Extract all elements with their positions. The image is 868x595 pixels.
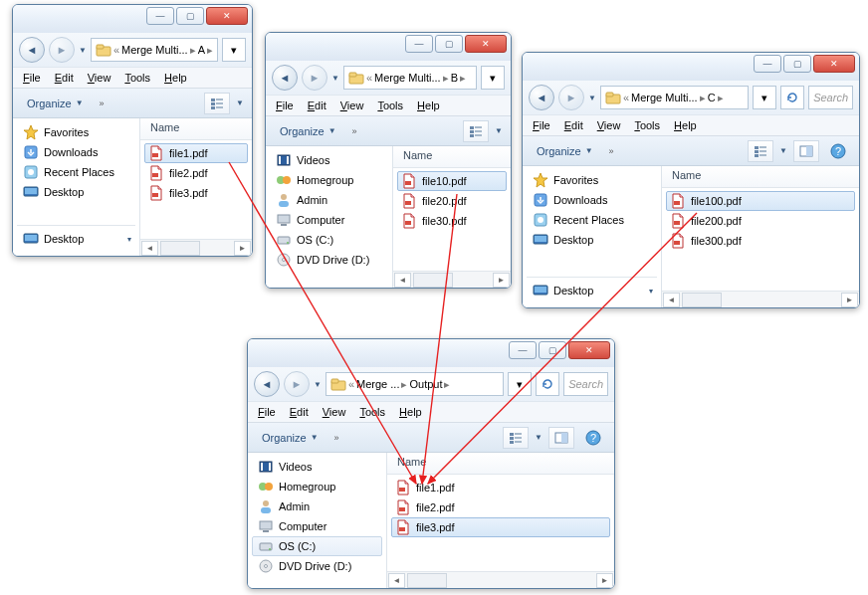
search-input[interactable]: Search: [808, 86, 853, 109]
view-options-button[interactable]: [463, 120, 489, 142]
menu-tools[interactable]: Tools: [377, 99, 403, 111]
breadcrumb-part[interactable]: Output: [409, 378, 442, 390]
close-button[interactable]: ✕: [465, 35, 507, 53]
menu-edit[interactable]: Edit: [308, 99, 326, 111]
minimize-button[interactable]: —: [405, 35, 433, 53]
breadcrumb-part[interactable]: B: [451, 72, 458, 84]
refresh-button[interactable]: [536, 372, 559, 396]
sidebar-downloads[interactable]: Downloads: [527, 190, 657, 210]
history-dropdown[interactable]: ▼: [79, 46, 87, 55]
menu-tools[interactable]: Tools: [359, 406, 385, 418]
forward-button[interactable]: ►: [558, 85, 584, 110]
sidebar-homegroup[interactable]: Homegroup: [270, 170, 388, 190]
maximize-button[interactable]: ▢: [435, 35, 463, 53]
sidebar-dvd-drive[interactable]: DVD Drive (D:): [252, 556, 382, 576]
breadcrumb-part[interactable]: Merge ...: [356, 378, 399, 390]
horizontal-scrollbar[interactable]: ◄►: [393, 271, 511, 288]
sidebar-footer-desktop[interactable]: Desktop: [531, 281, 595, 300]
view-options-button[interactable]: [748, 140, 773, 162]
menu-help[interactable]: Help: [164, 72, 187, 84]
sidebar-videos[interactable]: Videos: [270, 150, 388, 170]
minimize-button[interactable]: —: [509, 341, 537, 359]
column-header-name[interactable]: Name: [662, 166, 859, 188]
back-button[interactable]: ◄: [272, 65, 298, 91]
maximize-button[interactable]: ▢: [176, 7, 204, 25]
menu-view[interactable]: View: [597, 119, 621, 131]
horizontal-scrollbar[interactable]: ◄►: [140, 239, 252, 256]
minimize-button[interactable]: —: [146, 7, 174, 25]
back-button[interactable]: ◄: [529, 85, 554, 110]
menu-help[interactable]: Help: [417, 99, 440, 111]
horizontal-scrollbar[interactable]: ◄►: [387, 571, 614, 588]
sidebar-downloads[interactable]: Downloads: [17, 142, 135, 162]
menu-file[interactable]: File: [533, 119, 550, 131]
breadcrumb-part[interactable]: Merge Multi...: [121, 44, 188, 56]
maximize-button[interactable]: ▢: [539, 341, 566, 359]
file-item[interactable]: file1.pdf: [144, 143, 248, 163]
breadcrumb[interactable]: « Merge ... ▸ Output ▸: [326, 372, 504, 396]
sidebar-admin[interactable]: Admin: [270, 190, 388, 210]
toolbar-overflow[interactable]: »: [96, 99, 108, 108]
view-options-dropdown[interactable]: ▼: [535, 433, 542, 442]
preview-pane-button[interactable]: [793, 140, 819, 162]
address-dropdown[interactable]: ▾: [753, 86, 776, 109]
preview-pane-button[interactable]: [548, 427, 574, 449]
horizontal-scrollbar[interactable]: ◄►: [662, 291, 859, 307]
menu-edit[interactable]: Edit: [55, 72, 74, 84]
sidebar-desktop[interactable]: Desktop: [527, 230, 657, 250]
sidebar-computer[interactable]: Computer: [252, 516, 382, 536]
help-button[interactable]: [825, 140, 851, 162]
breadcrumb[interactable]: « Merge Multi... ▸ B ▸: [343, 66, 477, 90]
help-button[interactable]: [580, 427, 606, 449]
forward-button[interactable]: ►: [284, 371, 310, 397]
forward-button[interactable]: ►: [302, 65, 327, 91]
file-item[interactable]: file2.pdf: [391, 497, 610, 517]
back-button[interactable]: ◄: [254, 371, 280, 397]
menu-tools[interactable]: Tools: [634, 119, 660, 131]
menu-help[interactable]: Help: [399, 406, 422, 418]
menu-file[interactable]: File: [276, 99, 294, 111]
minimize-button[interactable]: —: [754, 55, 781, 73]
file-item[interactable]: file3.pdf: [391, 517, 610, 537]
sidebar-computer[interactable]: Computer: [270, 210, 388, 230]
file-item[interactable]: file30.pdf: [397, 211, 507, 231]
address-dropdown[interactable]: ▾: [481, 66, 505, 90]
sidebar-footer-desktop[interactable]: Desktop: [21, 229, 86, 249]
menu-file[interactable]: File: [258, 406, 276, 418]
file-item[interactable]: file10.pdf: [397, 171, 507, 191]
view-options-dropdown[interactable]: ▼: [236, 99, 244, 107]
history-dropdown[interactable]: ▼: [588, 94, 596, 102]
sidebar-dvd-drive[interactable]: DVD Drive (D:): [270, 250, 388, 270]
organize-button[interactable]: Organize ▼: [256, 430, 325, 446]
footer-dropdown[interactable]: ▾: [649, 287, 653, 296]
sidebar-videos[interactable]: Videos: [252, 457, 382, 477]
sidebar-admin[interactable]: Admin: [252, 496, 382, 516]
menu-tools[interactable]: Tools: [124, 72, 150, 84]
file-item[interactable]: file20.pdf: [397, 191, 507, 211]
file-item[interactable]: file300.pdf: [666, 231, 855, 251]
view-options-button[interactable]: [503, 427, 529, 449]
breadcrumb-part[interactable]: Merge Multi...: [631, 92, 698, 103]
menu-edit[interactable]: Edit: [290, 406, 309, 418]
file-item[interactable]: file100.pdf: [666, 191, 855, 211]
file-item[interactable]: file1.pdf: [391, 478, 610, 497]
breadcrumb-part[interactable]: Merge Multi...: [374, 72, 441, 84]
sidebar-desktop[interactable]: Desktop: [17, 182, 135, 202]
sidebar-os-c[interactable]: OS (C:): [270, 230, 388, 250]
menu-file[interactable]: File: [23, 72, 41, 84]
file-item[interactable]: file200.pdf: [666, 211, 855, 231]
view-options-dropdown[interactable]: ▼: [495, 126, 503, 135]
address-dropdown[interactable]: ▾: [508, 372, 532, 396]
sidebar-favorites[interactable]: Favorites: [17, 122, 135, 142]
column-header-name[interactable]: Name: [393, 146, 511, 168]
toolbar-overflow[interactable]: »: [605, 146, 618, 156]
maximize-button[interactable]: ▢: [783, 55, 811, 73]
menu-view[interactable]: View: [323, 406, 346, 418]
sidebar-recent-places[interactable]: Recent Places: [527, 210, 657, 230]
toolbar-overflow[interactable]: »: [348, 126, 361, 136]
toolbar-overflow[interactable]: »: [330, 433, 343, 443]
history-dropdown[interactable]: ▼: [331, 74, 339, 83]
view-options-button[interactable]: [204, 93, 230, 114]
history-dropdown[interactable]: ▼: [314, 380, 322, 389]
organize-button[interactable]: Organize ▼: [531, 143, 599, 159]
